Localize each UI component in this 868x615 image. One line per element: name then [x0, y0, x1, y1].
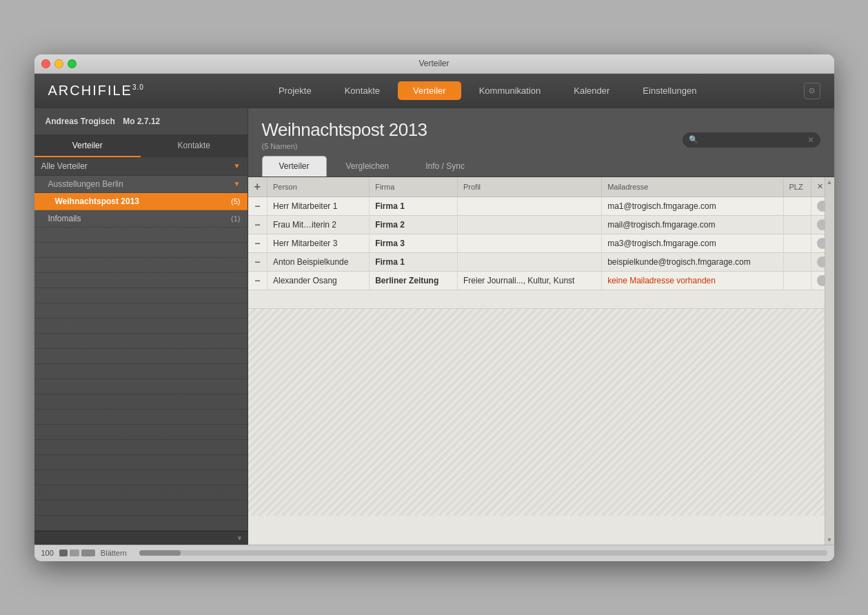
person-cell: Anton Beispielkunde	[268, 252, 370, 271]
nav-kommunikation[interactable]: Kommunikation	[464, 81, 556, 100]
nav-kontakte[interactable]: Kontakte	[330, 81, 395, 100]
table-container[interactable]: + Person Firma Profil Mailadresse PLZ ✕	[248, 177, 834, 545]
user-prefix: Andreas	[46, 117, 81, 126]
sidebar: Andreas Trogisch Mo 2.7.12 Verteiler Kon…	[34, 108, 248, 545]
table-row: −Anton BeispielkundeFirma 1beispielkunde…	[248, 252, 834, 271]
status-icon-3	[81, 550, 95, 556]
person-cell: Herr Mitarbeiter 1	[268, 196, 370, 215]
dropdown-arrow-icon: ▼	[234, 162, 241, 170]
nav-einstellungen[interactable]: Einstellungen	[627, 81, 711, 100]
plz-cell	[783, 271, 811, 290]
status-icon-2	[70, 550, 79, 556]
item-name: Infomails	[48, 214, 232, 223]
nav-kalender[interactable]: Kalender	[558, 81, 625, 100]
settings-icon[interactable]: ⊙	[804, 83, 820, 99]
scroll-up-arrow[interactable]: ▲	[827, 179, 833, 185]
item-count: (1)	[231, 214, 240, 223]
window-title: Verteiler	[418, 59, 449, 68]
tab-kontakte[interactable]: Kontakte	[141, 135, 248, 157]
sidebar-group-ausstellungen[interactable]: Ausstellungen Berlin ▼	[34, 176, 248, 193]
maximize-button[interactable]	[68, 59, 77, 68]
col-plz: PLZ	[783, 177, 811, 197]
email-cell: beispielkunde@trogisch.fmgarage.com	[602, 252, 783, 271]
remove-cell: −	[248, 196, 268, 215]
col-profil: Profil	[458, 177, 602, 197]
user-date: Mo 2.7.12	[123, 117, 160, 126]
email-cell: ma3@trogisch.fmgarage.com	[602, 234, 783, 252]
tab-verteiler-content[interactable]: Verteiler	[262, 156, 327, 177]
remove-cell: −	[248, 215, 268, 234]
scroll-down-icon[interactable]: ▼	[236, 534, 243, 542]
table-scrollbar[interactable]: ▲ ▼	[825, 177, 834, 545]
sidebar-bottom: ▼	[34, 531, 248, 545]
window-controls	[41, 59, 77, 68]
nav-verteiler[interactable]: Verteiler	[398, 81, 461, 100]
remove-row-button[interactable]: −	[254, 201, 260, 212]
profil-cell: Freier Journali..., Kultur, Kunst	[458, 271, 602, 290]
col-person: Person	[268, 177, 370, 197]
table-header-row: + Person Firma Profil Mailadresse PLZ ✕	[248, 177, 834, 197]
title-block: Weihnachtspost 2013 (5 Namen)	[262, 119, 427, 150]
app-window: Verteiler ARCHIFILE3.0 Projekte Kontakte…	[34, 54, 834, 561]
group-label: Ausstellungen Berlin	[48, 179, 234, 189]
statusbar: 100 Blättern	[34, 545, 834, 561]
sidebar-item-weihnachtspost[interactable]: Weihnachtspost 2013 (5)	[34, 193, 248, 210]
header-row: Weihnachtspost 2013 (5 Namen) 🔍 ✕	[262, 119, 820, 150]
col-add: +	[248, 177, 268, 197]
tab-vergleichen[interactable]: Vergleichen	[329, 156, 407, 177]
data-table: + Person Firma Profil Mailadresse PLZ ✕	[248, 177, 834, 309]
nav-projekte[interactable]: Projekte	[263, 81, 327, 100]
tab-verteiler[interactable]: Verteiler	[34, 135, 141, 157]
item-count: (5)	[231, 197, 240, 205]
firma-cell: Firma 1	[370, 252, 458, 271]
email-cell: keine Mailadresse vorhanden	[602, 271, 783, 290]
table-row: −Frau Mit…iterin 2Firma 2mail@trogisch.f…	[248, 215, 834, 234]
plz-cell	[783, 234, 811, 252]
app-logo: ARCHIFILE3.0	[48, 83, 144, 99]
close-button[interactable]	[41, 59, 50, 68]
plz-cell	[783, 215, 811, 234]
remove-cell: −	[248, 234, 268, 252]
profil-cell	[458, 252, 602, 271]
status-label: Blättern	[101, 549, 127, 557]
status-icons	[59, 550, 95, 556]
remove-row-button[interactable]: −	[254, 219, 260, 230]
content-subtitle: (5 Namen)	[262, 142, 427, 150]
search-box: 🔍 ✕	[683, 132, 820, 148]
remove-cell: −	[248, 271, 268, 290]
group-dropdown-icon: ▼	[234, 180, 241, 188]
table-area: + Person Firma Profil Mailadresse PLZ ✕	[248, 177, 834, 545]
search-icon: 🔍	[689, 135, 698, 144]
empty-add-cell: −	[248, 290, 834, 308]
content-header: Weihnachtspost 2013 (5 Namen) 🔍 ✕	[248, 108, 834, 156]
search-clear-icon[interactable]: ✕	[807, 135, 814, 145]
minimize-button[interactable]	[54, 59, 63, 68]
sidebar-empty-area	[34, 228, 248, 531]
person-cell: Frau Mit…iterin 2	[268, 215, 370, 234]
remove-row-button[interactable]: −	[254, 238, 260, 249]
remove-row-button[interactable]: −	[254, 256, 260, 268]
statusbar-scrollbar[interactable]	[139, 550, 827, 556]
nav-items: Projekte Kontakte Verteiler Kommunikatio…	[172, 81, 804, 100]
sidebar-item-infomails[interactable]: Infomails (1)	[34, 210, 248, 228]
plz-cell	[783, 196, 811, 215]
search-input[interactable]	[701, 135, 807, 145]
remove-row-button[interactable]: −	[254, 275, 260, 286]
table-row: −Herr Mitarbeiter 3Firma 3ma3@trogisch.f…	[248, 234, 834, 252]
profil-cell	[458, 196, 602, 215]
firma-cell: Firma 2	[370, 215, 458, 234]
table-row-empty: −	[248, 290, 834, 308]
col-email: Mailadresse	[602, 177, 783, 197]
sidebar-user: Andreas Trogisch Mo 2.7.12	[34, 108, 248, 135]
all-verteiler-header[interactable]: Alle Verteiler ▼	[34, 157, 248, 176]
tab-info-sync[interactable]: Info / Sync	[408, 156, 482, 177]
plz-cell	[783, 252, 811, 271]
scroll-thumb[interactable]	[139, 550, 181, 556]
item-name: Weihnachtspost 2013	[55, 196, 232, 206]
status-icon-1	[59, 550, 68, 556]
profil-cell	[458, 215, 602, 234]
table-row: −Alexander OsangBerliner ZeitungFreier J…	[248, 271, 834, 290]
scroll-down-arrow[interactable]: ▼	[827, 536, 833, 543]
add-row-button[interactable]: +	[254, 181, 261, 192]
firma-cell: Firma 1	[370, 196, 458, 215]
